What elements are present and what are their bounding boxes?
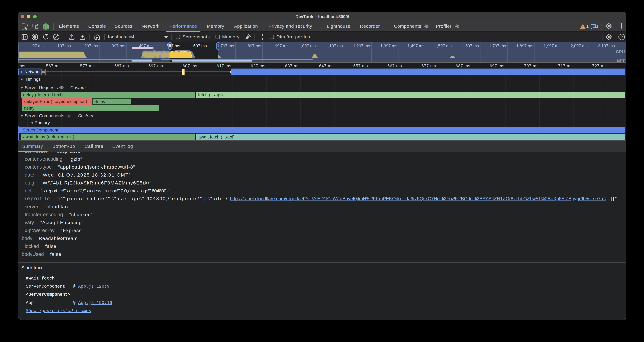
svg-text:?: ? (620, 35, 623, 39)
